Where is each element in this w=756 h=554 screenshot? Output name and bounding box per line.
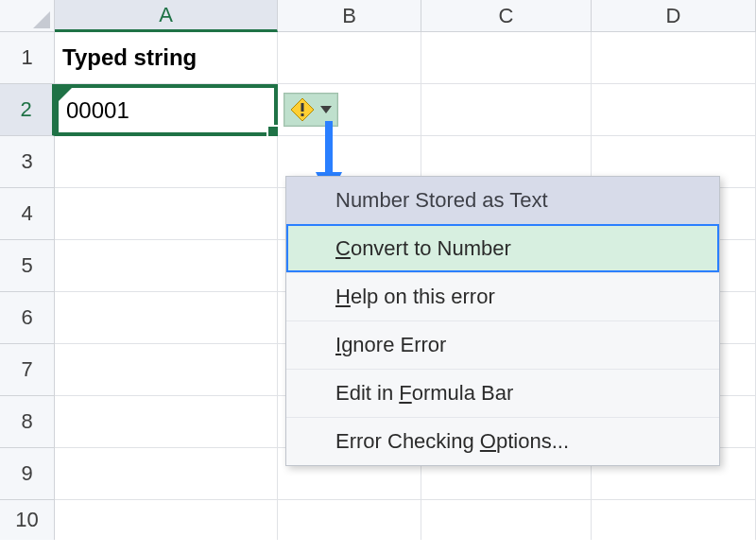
svg-rect-2 [301,103,304,112]
menu-item-error-checking-options[interactable]: Error Checking Options... [286,417,719,465]
select-all-triangle-icon [33,11,50,28]
row-header-10[interactable]: 10 [0,500,55,540]
cell-B10[interactable] [278,500,421,540]
row-header-4[interactable]: 4 [0,188,55,240]
warning-icon [290,97,315,122]
row-header-5[interactable]: 5 [0,240,55,292]
cell-C10[interactable] [421,500,592,540]
error-indicator-button[interactable] [284,93,338,127]
menu-item-ignore-error[interactable]: Ignore Error [286,320,719,369]
spreadsheet-viewport: A B C D 1 Typed string 2 00001 3 4 5 [0,0,756,554]
cell-A7[interactable] [55,344,278,396]
cell-D2[interactable] [592,84,756,136]
cell-A4[interactable] [55,188,278,240]
svg-marker-0 [33,11,50,28]
cell-C1[interactable] [421,32,592,84]
column-header-B[interactable]: B [278,0,421,32]
cell-A5[interactable] [55,240,278,292]
svg-rect-3 [301,113,304,116]
column-header-row: A B C D [0,0,756,32]
column-header-A[interactable]: A [55,0,278,32]
cell-A6[interactable] [55,292,278,344]
column-header-D[interactable]: D [592,0,756,32]
row-header-7[interactable]: 7 [0,344,55,396]
row-header-9[interactable]: 9 [0,448,55,500]
select-all-corner[interactable] [0,0,55,32]
cell-A1[interactable]: Typed string [55,32,278,84]
cell-A8[interactable] [55,396,278,448]
cell-A2[interactable]: 00001 [55,84,278,136]
row-header-2[interactable]: 2 [0,84,55,136]
cell-B1[interactable] [278,32,421,84]
menu-header-number-stored-as-text: Number Stored as Text [286,177,719,224]
column-header-C[interactable]: C [421,0,592,32]
cell-D10[interactable] [592,500,756,540]
cell-A3[interactable] [55,136,278,188]
row-header-6[interactable]: 6 [0,292,55,344]
cell-C2[interactable] [421,84,592,136]
cell-A9[interactable] [55,448,278,500]
menu-item-edit-in-formula-bar[interactable]: Edit in Formula Bar [286,369,719,417]
cell-A10[interactable] [55,500,278,540]
menu-item-convert-to-number[interactable]: Convert to Number [286,224,719,272]
row-header-1[interactable]: 1 [0,32,55,84]
dropdown-caret-icon [320,106,332,113]
error-context-menu: Number Stored as Text Convert to Number … [285,176,720,466]
row-header-8[interactable]: 8 [0,396,55,448]
cell-D1[interactable] [592,32,756,84]
row-header-3[interactable]: 3 [0,136,55,188]
menu-item-help-on-this-error[interactable]: Help on this error [286,272,719,320]
